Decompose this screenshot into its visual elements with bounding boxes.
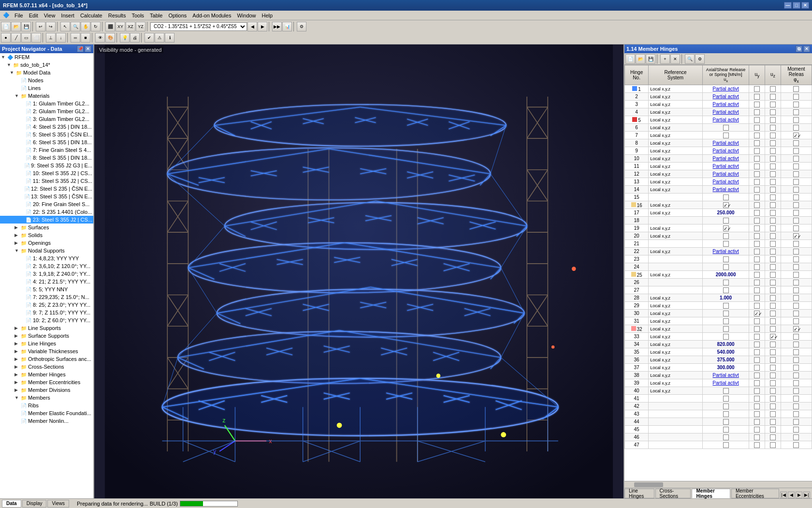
cell-uy[interactable]: ✓ [749, 310, 765, 317]
tree-item[interactable]: 📄 Nodes [0, 76, 93, 84]
cell-ux[interactable] [702, 232, 749, 240]
cell-uy[interactable] [749, 433, 765, 441]
cell-uz[interactable] [765, 372, 781, 379]
cell-ux[interactable] [702, 317, 749, 325]
cell-ux[interactable] [702, 132, 749, 139]
cell-px[interactable] [781, 186, 812, 194]
cell-uz[interactable] [765, 108, 781, 116]
tree-item[interactable]: 📄 20: Fine Grain Steel S... [0, 200, 93, 208]
tree-item[interactable]: ▶ 📁 Openings [0, 239, 93, 247]
menu-view[interactable]: View [41, 12, 58, 19]
cell-uz[interactable] [765, 403, 781, 410]
cell-ux[interactable]: Partial activt [702, 379, 749, 387]
cell-uy[interactable] [749, 372, 765, 379]
tab-member-hinges[interactable]: Member Hinges [692, 489, 730, 498]
cell-ux[interactable]: 300.000 [702, 364, 749, 372]
cell-uz[interactable] [765, 302, 781, 310]
menu-addons[interactable]: Add-on Modules [189, 12, 234, 19]
tree-root[interactable]: ▼ 🔷 RFEM [0, 53, 93, 61]
cell-uy[interactable] [749, 395, 765, 403]
tree-item[interactable]: 📄 2: 3,6,10; Z 120.0°; YY... [0, 262, 93, 270]
cell-px[interactable] [781, 348, 812, 356]
cell-uy[interactable] [749, 209, 765, 217]
cell-uy[interactable] [749, 403, 765, 410]
cell-px[interactable] [781, 255, 812, 263]
cell-uy[interactable] [749, 147, 765, 155]
cell-uy[interactable] [749, 410, 765, 418]
menu-insert[interactable]: Insert [58, 12, 77, 19]
tree-item[interactable]: 📄 4: 21; Z 21.5°; YYY YY... [0, 278, 93, 285]
cell-px[interactable] [781, 170, 812, 178]
cell-ux[interactable]: Partial activt [702, 248, 749, 255]
tb-support-button[interactable]: ⊥ [46, 33, 56, 43]
tree-item[interactable]: 📄 9: 7; Z 115.0°; YYY YY... [0, 309, 93, 316]
cell-ux[interactable] [702, 418, 749, 426]
cell-uy[interactable] [749, 271, 765, 279]
cell-uy[interactable] [749, 93, 765, 101]
cell-uz[interactable] [765, 410, 781, 418]
tb-line-button[interactable]: ╱ [11, 33, 21, 43]
cell-uz[interactable] [765, 209, 781, 217]
restore-button[interactable]: □ [793, 2, 800, 9]
cell-uz[interactable] [765, 310, 781, 317]
cell-uy[interactable] [749, 155, 765, 163]
tree-item[interactable]: 📄 2: Glulam Timber GL2... [0, 107, 93, 115]
cell-uy[interactable] [749, 302, 765, 310]
cell-uz[interactable]: ✓ [765, 333, 781, 341]
tree-item[interactable]: ▶ 📁 Member Eccentricities [0, 378, 93, 386]
cell-uz[interactable] [765, 325, 781, 333]
tree-item[interactable]: ▼ 📁 Nodal Supports [0, 247, 93, 254]
tb-viewxz-button[interactable]: XZ [126, 22, 135, 31]
tb-check-button[interactable]: ✔ [145, 33, 154, 43]
rp-filter-button[interactable]: 🔍 [685, 54, 695, 64]
cell-uz[interactable] [765, 147, 781, 155]
cell-ux[interactable] [702, 279, 749, 286]
tab-next-button[interactable]: ▶ [796, 492, 802, 498]
cell-px[interactable] [781, 395, 812, 403]
rp-open-button[interactable]: 📂 [636, 54, 645, 64]
tb-new-button[interactable]: 📄 [1, 22, 11, 31]
cell-uz[interactable] [765, 224, 781, 232]
cell-ux[interactable] [702, 310, 749, 317]
tree-item[interactable]: 📄 5: Steel S 355 | ČSN El... [0, 131, 93, 138]
tree-item[interactable]: 📄 10: 2; Z 60.0°; YYY YY... [0, 316, 93, 324]
tab-prev-button[interactable]: ◀ [788, 492, 795, 498]
cell-px[interactable] [781, 302, 812, 310]
left-panel-pin-button[interactable]: 📌 [77, 45, 84, 52]
cell-ux[interactable]: 820.000 [702, 341, 749, 348]
tb-viewxy-button[interactable]: XY [116, 22, 125, 31]
cell-uz[interactable] [765, 441, 781, 449]
cell-ux[interactable] [702, 426, 749, 433]
cell-uz[interactable] [765, 139, 781, 147]
cell-uy[interactable] [749, 224, 765, 232]
cell-uy[interactable] [749, 263, 765, 271]
tree-item[interactable]: 📄 12: Steel S 235 | ČSN E... [0, 185, 93, 193]
tb-section-button[interactable]: ═ [71, 33, 80, 43]
cell-uy[interactable] [749, 186, 765, 194]
cell-px[interactable] [781, 426, 812, 433]
cell-px[interactable] [781, 294, 812, 302]
tree-item[interactable]: 📄 8: Steel S 355 | DIN 18... [0, 154, 93, 162]
cell-uz[interactable] [765, 116, 781, 124]
tree-item[interactable]: 📄 3: 1,9,18; Z 240.0°; YY... [0, 270, 93, 278]
cell-uy[interactable] [749, 194, 765, 201]
cell-uy[interactable] [749, 348, 765, 356]
tb-info-button[interactable]: ℹ [165, 33, 174, 43]
cell-uz[interactable] [765, 279, 781, 286]
cell-px[interactable] [781, 310, 812, 317]
cell-ux[interactable]: ✓ [702, 201, 749, 209]
cell-uy[interactable] [749, 387, 765, 395]
menu-tools[interactable]: Tools [129, 12, 147, 19]
tb-print-button[interactable]: 🖨 [130, 33, 140, 43]
tb-save-button[interactable]: 💾 [21, 22, 31, 31]
cell-uy[interactable] [749, 240, 765, 248]
cell-ux[interactable]: Partial activt [702, 178, 749, 186]
cell-uz[interactable] [765, 194, 781, 201]
cell-uy[interactable] [749, 163, 765, 170]
tb-rotate-button[interactable]: ↻ [91, 22, 101, 31]
right-panel-close-button[interactable]: ✕ [803, 45, 810, 52]
scrollbar-thumb[interactable] [634, 482, 663, 487]
tree-item[interactable]: 📄 6: Steel S 355 | DIN 18... [0, 138, 93, 146]
tb-zoom-button[interactable]: 🔍 [71, 22, 80, 31]
cell-ux[interactable] [702, 387, 749, 395]
